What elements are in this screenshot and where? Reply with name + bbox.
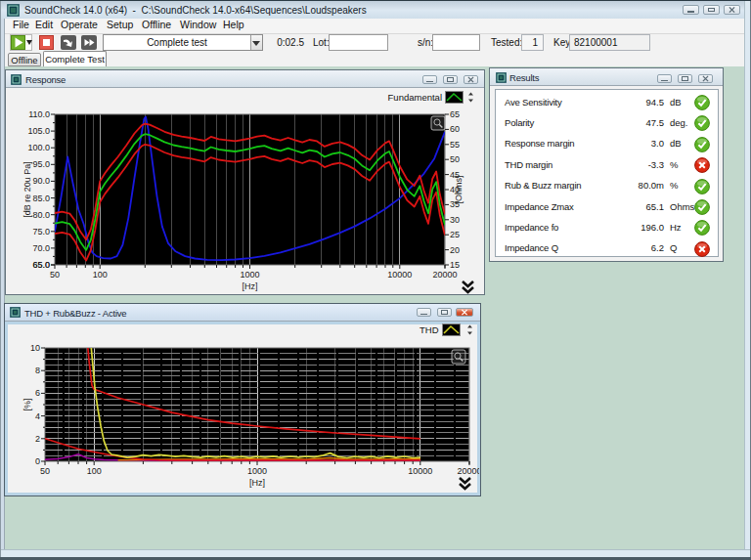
svg-text:75.0: 75.0: [32, 227, 50, 237]
svg-text:90.0: 90.0: [32, 176, 50, 186]
svg-text:0: 0: [35, 456, 40, 466]
svg-text:20000: 20000: [432, 270, 457, 280]
svg-text:[dB re 20u Pa]: [dB re 20u Pa]: [22, 161, 32, 218]
svg-text:65: 65: [450, 109, 460, 119]
svg-text:6: 6: [35, 388, 40, 398]
svg-text:55: 55: [450, 140, 460, 150]
svg-text:80.0: 80.0: [32, 210, 50, 220]
svg-text:105.0: 105.0: [27, 126, 50, 136]
svg-text:70.0: 70.0: [32, 243, 50, 253]
svg-text:100: 100: [93, 270, 108, 280]
svg-text:10000: 10000: [387, 270, 412, 280]
svg-text:4: 4: [35, 411, 40, 421]
svg-text:100.0: 100.0: [27, 143, 50, 152]
svg-text:85.0: 85.0: [32, 194, 50, 203]
svg-text:[Hz]: [Hz]: [242, 281, 257, 291]
svg-text:110.0: 110.0: [28, 109, 50, 119]
svg-text:8: 8: [35, 366, 40, 375]
svg-text:2: 2: [35, 434, 40, 444]
svg-text:[Ohms]: [Ohms]: [454, 175, 464, 203]
svg-text:[Hz]: [Hz]: [249, 478, 265, 488]
svg-text:60: 60: [450, 124, 460, 134]
svg-text:[%]: [%]: [22, 398, 32, 410]
svg-text:20000: 20000: [457, 466, 479, 476]
svg-text:10: 10: [30, 343, 40, 353]
svg-text:50: 50: [40, 466, 50, 476]
svg-text:65.0: 65.0: [32, 260, 50, 270]
svg-text:95.0: 95.0: [32, 159, 50, 169]
svg-text:50: 50: [450, 154, 460, 164]
svg-text:10000: 10000: [408, 466, 432, 476]
svg-text:25: 25: [450, 230, 460, 239]
svg-text:1000: 1000: [240, 270, 259, 280]
svg-text:15: 15: [450, 260, 460, 270]
svg-text:100: 100: [87, 466, 102, 476]
svg-text:1000: 1000: [247, 466, 267, 476]
svg-text:50: 50: [50, 270, 60, 280]
svg-text:20: 20: [450, 245, 460, 255]
svg-text:30: 30: [450, 215, 460, 225]
